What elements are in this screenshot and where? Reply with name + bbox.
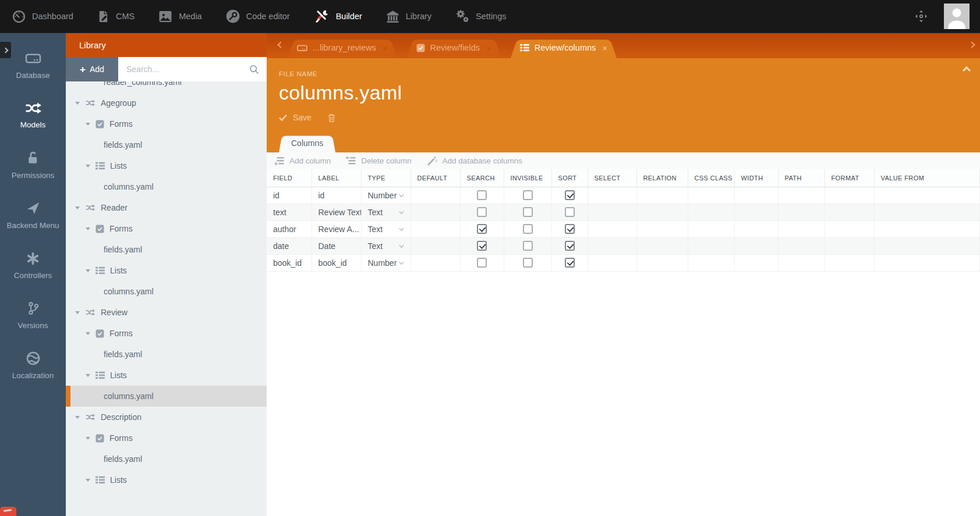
caret-down-icon[interactable] xyxy=(75,102,80,105)
sidebar-item-backend-menu[interactable]: Backend Menu xyxy=(0,190,66,240)
tree-item-lists[interactable]: Lists xyxy=(66,260,267,281)
tree-item-reader-columns-yaml[interactable]: reader_columns.yaml xyxy=(66,81,267,92)
tree-item-columns-yaml[interactable]: columns.yaml xyxy=(66,176,267,197)
tree-item-fields-yaml[interactable]: fields.yaml xyxy=(66,239,267,260)
sidebar-item-permissions[interactable]: Permissions xyxy=(0,140,66,190)
caret-down-icon[interactable] xyxy=(75,207,80,209)
tree-item-forms[interactable]: Forms xyxy=(66,113,267,134)
search-checkbox[interactable] xyxy=(477,241,487,251)
caret-down-icon[interactable] xyxy=(75,311,80,314)
corner-notification-badge[interactable] xyxy=(0,507,16,516)
tree-item-description[interactable]: Description xyxy=(66,407,267,428)
invisible-checkbox[interactable] xyxy=(523,258,533,268)
invisible-checkbox[interactable] xyxy=(523,224,533,234)
reorder-crosshair-icon[interactable] xyxy=(915,10,928,23)
topnav-item-media[interactable]: Media xyxy=(146,0,214,33)
tree-item-lists[interactable]: Lists xyxy=(66,365,267,386)
topnav-item-cms[interactable]: CMS xyxy=(85,0,146,33)
caret-down-icon[interactable] xyxy=(86,437,90,440)
tree-item-fields-yaml[interactable]: fields.yaml xyxy=(66,134,267,155)
column-header-field[interactable]: FIELD xyxy=(267,169,312,187)
caret-down-icon[interactable] xyxy=(86,269,90,272)
type-select[interactable]: Text xyxy=(368,208,411,217)
user-avatar[interactable] xyxy=(944,3,970,29)
caret-down-icon[interactable] xyxy=(86,479,90,482)
column-header-sort[interactable]: SORT xyxy=(551,169,588,187)
caret-down-icon[interactable] xyxy=(86,123,90,126)
column-header-path[interactable]: PATH xyxy=(778,169,825,187)
sort-checkbox[interactable] xyxy=(565,207,575,217)
topnav-item-dashboard[interactable]: Dashboard xyxy=(0,0,85,33)
tab-columns-section[interactable]: Columns xyxy=(279,134,335,152)
caret-down-icon[interactable] xyxy=(86,165,90,168)
type-select[interactable]: Number xyxy=(368,191,411,200)
tree-item-reader[interactable]: Reader xyxy=(66,197,267,218)
tabs-scroll-right-icon[interactable] xyxy=(968,41,975,48)
type-select[interactable]: Number xyxy=(368,258,411,268)
add-database-columns-button[interactable]: Add database columns xyxy=(427,156,522,166)
delete-column-button[interactable]: Delete column xyxy=(346,156,411,166)
search-input[interactable] xyxy=(118,65,267,74)
tab-close-icon[interactable]: × xyxy=(383,44,388,52)
tree-item-forms[interactable]: Forms xyxy=(66,323,267,344)
sidebar-item-localization[interactable]: Localization xyxy=(0,340,66,390)
tab-library-reviews[interactable]: ...library_reviews× xyxy=(288,37,397,58)
sidebar-collapse-button[interactable] xyxy=(0,42,11,58)
topnav-item-settings[interactable]: Settings xyxy=(443,0,518,33)
tree-item-forms[interactable]: Forms xyxy=(66,428,267,449)
caret-down-icon[interactable] xyxy=(86,227,90,230)
column-header-type[interactable]: TYPE xyxy=(361,169,411,187)
delete-file-button[interactable] xyxy=(328,113,335,122)
add-column-button[interactable]: Add column xyxy=(274,156,331,166)
tree-item-fields-yaml[interactable]: fields.yaml xyxy=(66,344,267,365)
tree-item-agegroup[interactable]: Agegroup xyxy=(66,92,267,113)
search-checkbox[interactable] xyxy=(477,190,487,200)
tree-item-columns-yaml[interactable]: columns.yaml xyxy=(66,386,267,407)
tab-close-icon[interactable]: × xyxy=(486,44,491,52)
sort-checkbox[interactable] xyxy=(565,190,575,200)
tab-review-fields[interactable]: Review/fields× xyxy=(407,37,501,58)
caret-down-icon[interactable] xyxy=(75,416,80,419)
type-select[interactable]: Text xyxy=(368,241,411,251)
column-header-value-from[interactable]: VALUE FROM xyxy=(874,169,980,187)
sidebar-item-models[interactable]: Models xyxy=(0,90,66,140)
tree-item-forms[interactable]: Forms xyxy=(66,218,267,239)
column-header-width[interactable]: WIDTH xyxy=(734,169,778,187)
column-header-default[interactable]: DEFAULT xyxy=(411,169,460,187)
topnav-item-builder[interactable]: Builder xyxy=(302,0,374,33)
search-checkbox[interactable] xyxy=(477,258,487,268)
tab-review-columns[interactable]: Review/columns× xyxy=(511,37,617,58)
caret-down-icon[interactable] xyxy=(86,332,90,335)
tabs-scroll-left-icon[interactable] xyxy=(277,41,284,48)
type-select[interactable]: Text xyxy=(368,225,411,234)
topnav-item-code-editor[interactable]: Code editor xyxy=(214,0,302,33)
save-button[interactable]: Save xyxy=(279,113,312,122)
caret-down-icon[interactable] xyxy=(86,374,90,377)
sort-checkbox[interactable] xyxy=(565,241,575,251)
sidebar-item-controllers[interactable]: Controllers xyxy=(0,240,66,290)
tab-close-icon[interactable]: × xyxy=(602,44,607,52)
invisible-checkbox[interactable] xyxy=(523,207,533,217)
column-header-format[interactable]: FORMAT xyxy=(825,169,874,187)
add-button[interactable]: + Add xyxy=(66,57,118,81)
tree-item-lists[interactable]: Lists xyxy=(66,155,267,176)
globe-icon xyxy=(26,351,41,366)
tree-item-lists[interactable]: Lists xyxy=(66,469,267,490)
invisible-checkbox[interactable] xyxy=(523,241,533,251)
column-header-invisible[interactable]: INVISIBLE xyxy=(504,169,551,187)
sidebar-item-versions[interactable]: Versions xyxy=(0,290,66,340)
column-header-relation[interactable]: RELATION xyxy=(636,169,688,187)
topnav-item-library[interactable]: Library xyxy=(374,0,443,33)
column-header-search[interactable]: SEARCH xyxy=(460,169,504,187)
sort-checkbox[interactable] xyxy=(565,224,575,234)
column-header-select[interactable]: SELECT xyxy=(588,169,636,187)
invisible-checkbox[interactable] xyxy=(523,190,533,200)
search-checkbox[interactable] xyxy=(477,207,487,217)
tree-item-fields-yaml[interactable]: fields.yaml xyxy=(66,449,267,469)
tree-item-review[interactable]: Review xyxy=(66,302,267,323)
search-checkbox[interactable] xyxy=(477,224,487,234)
tree-item-columns-yaml[interactable]: columns.yaml xyxy=(66,281,267,302)
sort-checkbox[interactable] xyxy=(565,258,575,268)
column-header-label[interactable]: LABEL xyxy=(312,169,361,187)
column-header-css-class[interactable]: CSS CLASS xyxy=(688,169,734,187)
